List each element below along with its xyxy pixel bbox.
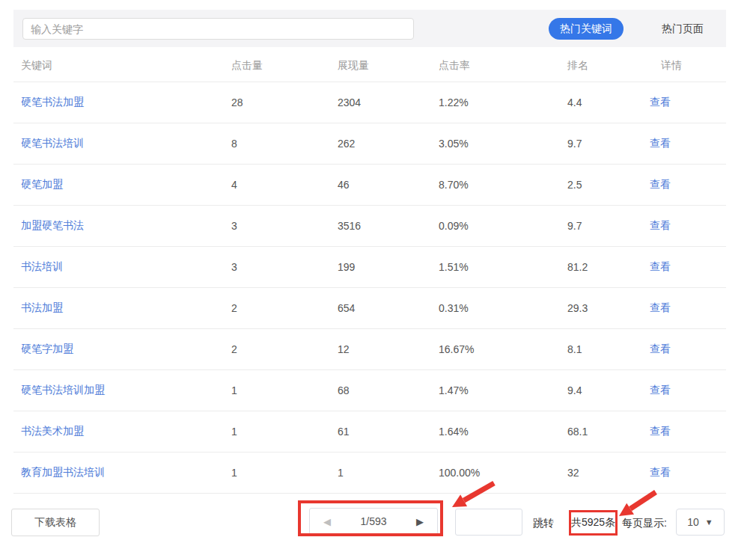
impressions-value: 654	[338, 302, 355, 314]
table-row: 硬笔加盟 4 46 8.70% 2.5 查看	[13, 165, 726, 206]
ctr-value: 1.51%	[439, 261, 469, 273]
ctr-value: 16.67%	[439, 343, 474, 355]
rank-value: 68.1	[567, 426, 588, 438]
table-row: 硬笔书法培训 8 262 3.05% 9.7 查看	[13, 123, 726, 165]
keyword-link[interactable]: 书法美术加盟	[21, 425, 84, 438]
clicks-value: 3	[231, 220, 237, 232]
search-input[interactable]	[22, 18, 414, 40]
total-count: 共5925条	[569, 510, 618, 536]
view-detail-link[interactable]: 查看	[650, 425, 671, 438]
impressions-value: 262	[338, 138, 355, 150]
ctr-value: 3.05%	[439, 138, 469, 150]
col-header-keyword: 关键词	[21, 59, 52, 73]
jump-label: 跳转	[533, 517, 554, 530]
next-page-button[interactable]: ▶	[416, 516, 424, 527]
ctr-value: 1.22%	[439, 96, 469, 108]
impressions-value: 3516	[338, 220, 361, 232]
toolbar: 热门关键词 热门页面	[13, 10, 726, 47]
rank-value: 29.3	[567, 302, 588, 314]
impressions-value: 1	[338, 467, 344, 479]
table-row: 加盟硬笔书法 3 3516 0.09% 9.7 查看	[13, 206, 726, 247]
page-size-select[interactable]: 10 ▼	[676, 509, 725, 536]
rank-value: 9.7	[567, 220, 582, 232]
clicks-value: 4	[231, 179, 237, 191]
pagination-status: 1/593	[360, 515, 386, 527]
total-count-text: 共5925条	[571, 516, 615, 530]
prev-page-button[interactable]: ◀	[323, 516, 331, 527]
keyword-analytics-page: 热门关键词 热门页面 关键词 点击量 展现量 点击率 排名 详情 硬笔书法加盟 …	[0, 0, 756, 546]
keyword-link[interactable]: 硬笔加盟	[21, 178, 63, 191]
ctr-value: 8.70%	[439, 179, 469, 191]
clicks-value: 2	[231, 302, 237, 314]
impressions-value: 12	[338, 343, 350, 355]
table-row: 书法培训 3 199 1.51% 81.2 查看	[13, 247, 726, 288]
table-body: 硬笔书法加盟 28 2304 1.22% 4.4 查看 硬笔书法培训 8 262…	[13, 82, 726, 494]
view-detail-link[interactable]: 查看	[650, 384, 671, 397]
view-detail-link[interactable]: 查看	[650, 260, 671, 274]
keyword-link[interactable]: 硬笔书法加盟	[21, 96, 84, 109]
keyword-link[interactable]: 加盟硬笔书法	[21, 219, 84, 233]
impressions-value: 61	[338, 426, 350, 438]
keyword-link[interactable]: 硬笔书法培训加盟	[21, 384, 105, 397]
clicks-value: 3	[231, 261, 237, 273]
table-row: 教育加盟书法培训 1 1 100.00% 32 查看	[13, 453, 726, 494]
keyword-link[interactable]: 书法加盟	[21, 301, 63, 315]
ctr-value: 0.09%	[439, 220, 469, 232]
page-size-label: 每页显示:	[622, 517, 667, 530]
pagination: ◀ 1/593 ▶	[309, 508, 438, 535]
ctr-value: 0.31%	[439, 302, 469, 314]
impressions-value: 46	[338, 179, 350, 191]
clicks-value: 1	[231, 467, 237, 479]
tab-hot-keywords[interactable]: 热门关键词	[549, 18, 624, 40]
page-size-value: 10	[687, 516, 699, 528]
table-row: 硬笔书法培训加盟 1 68 1.47% 9.4 查看	[13, 370, 726, 411]
ctr-value: 1.47%	[439, 384, 469, 396]
col-header-detail: 详情	[661, 59, 682, 73]
jump-page-input[interactable]	[455, 509, 522, 536]
view-detail-link[interactable]: 查看	[650, 301, 671, 315]
rank-value: 2.5	[567, 179, 582, 191]
view-detail-link[interactable]: 查看	[650, 96, 671, 109]
rank-value: 32	[567, 467, 579, 479]
col-header-impressions: 展现量	[338, 59, 369, 73]
view-detail-link[interactable]: 查看	[650, 219, 671, 233]
clicks-value: 1	[231, 384, 237, 396]
view-detail-link[interactable]: 查看	[650, 137, 671, 150]
table-row: 硬笔字加盟 2 12 16.67% 8.1 查看	[13, 329, 726, 370]
rank-value: 81.2	[567, 261, 588, 273]
rank-value: 9.4	[567, 384, 582, 396]
clicks-value: 1	[231, 426, 237, 438]
impressions-value: 68	[338, 384, 350, 396]
rank-value: 9.7	[567, 138, 582, 150]
col-header-clicks: 点击量	[231, 59, 263, 73]
keyword-link[interactable]: 书法培训	[21, 260, 63, 274]
col-header-ctr: 点击率	[439, 59, 470, 73]
chevron-down-icon: ▼	[705, 518, 713, 527]
download-table-button[interactable]: 下载表格	[11, 509, 100, 536]
col-header-rank: 排名	[567, 59, 588, 73]
table-row: 书法美术加盟 1 61 1.64% 68.1 查看	[13, 411, 726, 453]
keyword-link[interactable]: 教育加盟书法培训	[21, 466, 105, 479]
tab-hot-pages[interactable]: 热门页面	[662, 22, 704, 36]
clicks-value: 8	[231, 138, 237, 150]
ctr-value: 1.64%	[439, 426, 469, 438]
rank-value: 8.1	[567, 343, 582, 355]
impressions-value: 2304	[338, 96, 361, 108]
keyword-link[interactable]: 硬笔书法培训	[21, 137, 84, 150]
table-header-row: 关键词 点击量 展现量 点击率 排名 详情	[13, 47, 726, 82]
table-row: 硬笔书法加盟 28 2304 1.22% 4.4 查看	[13, 82, 726, 123]
view-detail-link[interactable]: 查看	[650, 466, 671, 479]
ctr-value: 100.00%	[439, 467, 480, 479]
view-detail-link[interactable]: 查看	[650, 178, 671, 191]
keyword-table: 关键词 点击量 展现量 点击率 排名 详情 硬笔书法加盟 28 2304 1.2…	[13, 47, 726, 494]
keyword-link[interactable]: 硬笔字加盟	[21, 343, 73, 356]
rank-value: 4.4	[567, 96, 582, 108]
annotation-arrow-total	[619, 492, 656, 516]
view-detail-link[interactable]: 查看	[650, 343, 671, 356]
clicks-value: 28	[231, 96, 243, 108]
impressions-value: 199	[338, 261, 355, 273]
table-row: 书法加盟 2 654 0.31% 29.3 查看	[13, 288, 726, 329]
clicks-value: 2	[231, 343, 237, 355]
